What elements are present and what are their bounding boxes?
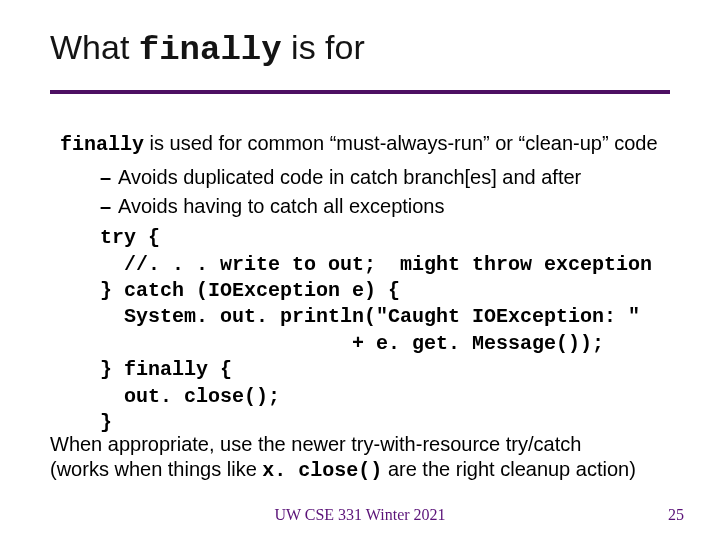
code-line: System. out. println("Caught IOException…: [100, 304, 680, 330]
title-underline: [50, 90, 670, 94]
intro-rest: is used for common “must-always-run” or …: [144, 132, 658, 154]
bullet-text: Avoids having to catch all exceptions: [118, 193, 445, 219]
code-line: } catch (IOException e) {: [100, 278, 680, 304]
closing-pre: (works when things like: [50, 458, 262, 480]
bullet-dash-icon: –: [100, 193, 118, 219]
footer-page-number: 25: [668, 506, 684, 524]
bullet-dash-icon: –: [100, 164, 118, 190]
intro-code: finally: [60, 133, 144, 156]
code-line: out. close();: [100, 384, 680, 410]
list-item: – Avoids duplicated code in catch branch…: [100, 164, 680, 190]
closing-paragraph: When appropriate, use the newer try-with…: [50, 432, 680, 483]
intro-line: finally is used for common “must-always-…: [60, 130, 680, 158]
slide: What finally is for finally is used for …: [0, 0, 720, 540]
code-line: //. . . write to out; might throw except…: [100, 252, 680, 278]
code-block: try { //. . . write to out; might throw …: [100, 225, 680, 436]
bullet-text: Avoids duplicated code in catch branch[e…: [118, 164, 581, 190]
code-line: try {: [100, 225, 680, 251]
closing-code: x. close(): [262, 459, 382, 482]
code-line: } finally {: [100, 357, 680, 383]
code-line: + e. get. Message());: [100, 331, 680, 357]
bullet-list: – Avoids duplicated code in catch branch…: [100, 164, 680, 219]
closing-line-2: (works when things like x. close() are t…: [50, 457, 680, 483]
footer-course: UW CSE 331 Winter 2021: [0, 506, 720, 524]
list-item: – Avoids having to catch all exceptions: [100, 193, 680, 219]
closing-line-1: When appropriate, use the newer try-with…: [50, 432, 680, 457]
slide-title: What finally is for: [50, 28, 365, 69]
closing-post: are the right cleanup action): [382, 458, 636, 480]
title-pre: What: [50, 28, 139, 66]
title-post: is for: [282, 28, 365, 66]
title-code: finally: [139, 31, 282, 69]
body: finally is used for common “must-always-…: [60, 130, 680, 436]
